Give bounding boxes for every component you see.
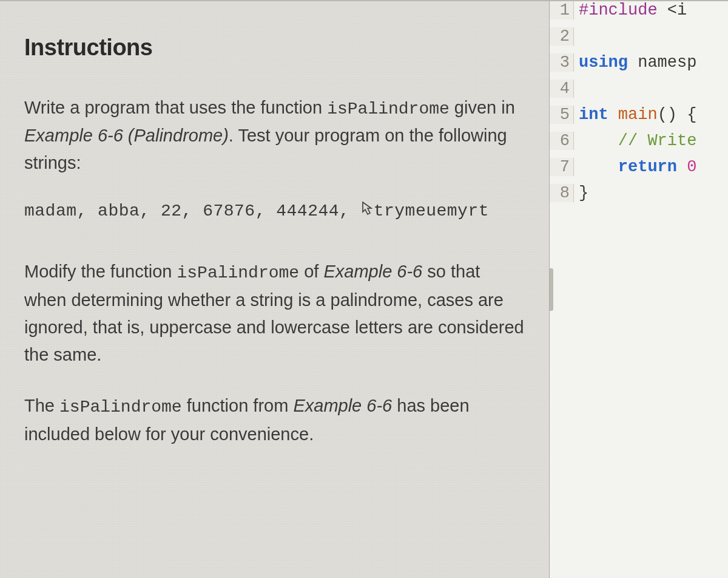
token-number: 0: [687, 158, 696, 176]
token-comment: // Write: [618, 132, 697, 150]
token-type: int: [579, 106, 608, 124]
instructions-paragraph-1: Write a program that uses the function i…: [24, 94, 525, 177]
token: <i: [658, 1, 687, 19]
example-reference: Example 6-6: [323, 262, 422, 281]
code-line[interactable]: 3 using namesp: [550, 53, 728, 80]
test-strings-block: madam, abba, 22, 67876, 444244, trymeuem…: [24, 201, 525, 222]
text: function from: [182, 396, 294, 415]
code-line[interactable]: 1 #include <i: [550, 1, 728, 27]
instructions-paragraph-2: Modify the function isPalindrome of Exam…: [24, 258, 525, 368]
token-preprocessor: #include: [579, 1, 658, 19]
token-keyword: return: [618, 158, 677, 176]
instructions-paragraph-3: The isPalindrome function from Example 6…: [24, 392, 525, 447]
token-indent: [579, 132, 618, 150]
token: [677, 158, 687, 176]
code-editor[interactable]: 1 #include <i 2 3 using namesp 4 5 int m…: [549, 0, 728, 578]
code-line[interactable]: 5 int main() {: [550, 106, 728, 132]
code-line[interactable]: 7 return 0: [550, 158, 728, 184]
token: () {: [658, 106, 697, 124]
line-number: 2: [550, 27, 574, 46]
code-span: isPalindrome: [177, 264, 299, 282]
line-number: 8: [550, 184, 574, 202]
code-line[interactable]: 8 }: [550, 184, 728, 210]
code-line[interactable]: 6 // Write: [550, 132, 728, 158]
text: Write a program that uses the function: [24, 98, 327, 117]
token-function: main: [618, 106, 658, 124]
panel-resize-handle[interactable]: [549, 268, 553, 311]
line-number: 6: [550, 132, 574, 150]
text: of: [299, 262, 323, 281]
token: namesp: [628, 53, 696, 72]
token: }: [579, 184, 588, 202]
token-indent: [579, 158, 618, 176]
test-string-values: madam, abba, 22, 67876, 444244,: [24, 202, 360, 221]
token-keyword: using: [579, 53, 628, 72]
code-span: isPalindrome: [327, 100, 450, 118]
example-reference: Example 6-6 (Palindrome): [24, 126, 229, 145]
code-lines: 1 #include <i 2 3 using namesp 4 5 int m…: [550, 1, 728, 210]
line-number: 1: [550, 1, 574, 19]
text: Modify the function: [24, 262, 177, 281]
code-span: isPalindrome: [59, 398, 182, 416]
test-string-values: trymeuemyrt: [374, 202, 489, 221]
line-number: 3: [550, 53, 574, 72]
instructions-panel: Instructions Write a program that uses t…: [0, 0, 549, 578]
example-reference: Example 6-6: [293, 396, 392, 415]
token: [608, 106, 618, 124]
line-number: 5: [550, 106, 574, 124]
text: The: [24, 396, 59, 415]
cursor-icon: [362, 201, 375, 222]
line-number: 4: [550, 80, 574, 98]
code-line[interactable]: 4: [550, 80, 728, 106]
line-number: 7: [550, 158, 574, 176]
code-line[interactable]: 2: [550, 27, 728, 53]
instructions-title: Instructions: [24, 35, 525, 61]
text: given in: [450, 98, 515, 117]
